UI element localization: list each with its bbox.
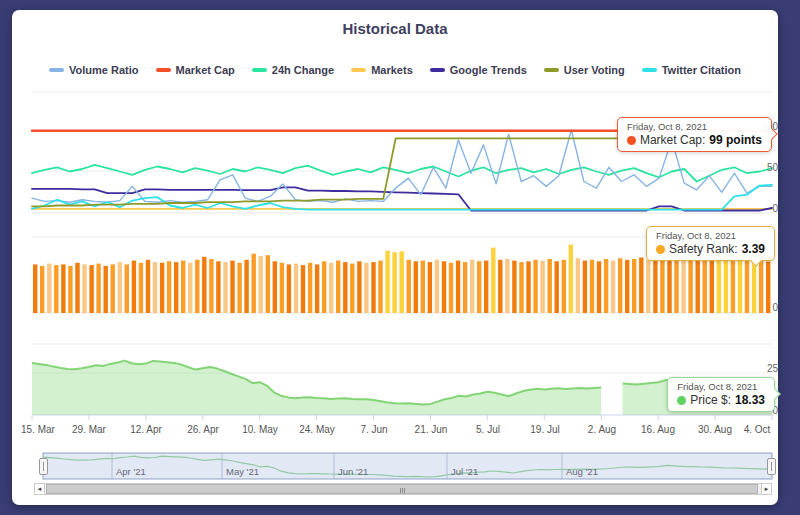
tooltip-value: 99 points <box>709 133 762 147</box>
scrollbar-left-arrow-icon[interactable]: ◄ <box>34 483 45 495</box>
legend-marker-icon <box>351 68 366 72</box>
legend-label: 24h Change <box>272 64 334 76</box>
legend-label: Markets <box>371 64 413 76</box>
legend: Volume RatioMarket Cap24h ChangeMarketsG… <box>12 64 778 76</box>
scrollbar-thumb[interactable] <box>46 484 758 494</box>
legend-item-market-cap[interactable]: Market Cap <box>156 64 235 76</box>
page-title: Historical Data <box>12 20 778 37</box>
legend-item-user-voting[interactable]: User Voting <box>544 64 625 76</box>
scrollbar-right-arrow-icon[interactable]: ► <box>761 483 772 495</box>
legend-item-volume-ratio[interactable]: Volume Ratio <box>49 64 138 76</box>
x-axis-label: 24. May <box>299 424 335 435</box>
legend-marker-icon <box>156 68 171 72</box>
legend-marker-icon <box>430 68 445 72</box>
tooltip-value: 18.33 <box>735 393 765 407</box>
tooltip-label: Price $: <box>690 393 731 407</box>
x-axis-label: 7. Jun <box>360 424 387 435</box>
legend-marker-icon <box>642 68 657 72</box>
navigator-left-handle[interactable] <box>39 458 48 475</box>
series-dot-icon <box>627 136 636 145</box>
x-axis-label: 15. Mar <box>21 424 55 435</box>
x-axis-label: 26. Apr <box>187 424 219 435</box>
x-axis-label: 30. Aug <box>698 424 732 435</box>
navigator-right-handle[interactable] <box>767 458 776 475</box>
legend-label: Volume Ratio <box>69 64 138 76</box>
x-axis-label: 16. Aug <box>641 424 675 435</box>
series-dot-icon <box>677 396 686 405</box>
tooltip-safety-rank: Friday, Oct 8, 2021 Safety Rank: 3.39 <box>646 226 775 261</box>
legend-item-google-trends[interactable]: Google Trends <box>430 64 527 76</box>
legend-item-twitter-citation[interactable]: Twitter Citation <box>642 64 741 76</box>
x-axis-label: 29. Mar <box>72 424 106 435</box>
tooltip-market-cap: Friday, Oct 8, 2021 Market Cap: 99 point… <box>617 117 772 152</box>
scrollbar-grip-icon <box>402 488 403 493</box>
x-axis-label: 19. Jul <box>530 424 559 435</box>
legend-marker-icon <box>544 68 559 72</box>
navigator[interactable] <box>43 453 772 479</box>
tooltip-price: Friday, Oct 8, 2021 Price $: 18.33 <box>667 377 775 412</box>
tooltip-label: Safety Rank: <box>669 242 738 256</box>
x-axis-label: 4. Oct <box>744 424 771 435</box>
tooltip-value: 3.39 <box>742 242 765 256</box>
x-axis-label: 5. Jul <box>476 424 500 435</box>
x-axis-label: 2. Aug <box>588 424 616 435</box>
legend-label: Market Cap <box>176 64 235 76</box>
x-axis-label: 12. Apr <box>130 424 162 435</box>
legend-label: User Voting <box>564 64 625 76</box>
scrollbar-track[interactable] <box>45 483 761 495</box>
legend-item-markets[interactable]: Markets <box>351 64 413 76</box>
x-axis-label: 10. May <box>242 424 278 435</box>
tooltip-date: Friday, Oct 8, 2021 <box>627 121 762 132</box>
scrollbar[interactable]: ◄ ► <box>34 483 772 495</box>
legend-marker-icon <box>49 68 64 72</box>
legend-label: Twitter Citation <box>662 64 741 76</box>
series-dot-icon <box>656 245 665 254</box>
tooltip-date: Friday, Oct 8, 2021 <box>656 230 765 241</box>
legend-item-24h-change[interactable]: 24h Change <box>252 64 334 76</box>
tooltip-label: Market Cap: <box>640 133 705 147</box>
x-axis-label: 21. Jun <box>415 424 448 435</box>
legend-label: Google Trends <box>450 64 527 76</box>
tooltip-date: Friday, Oct 8, 2021 <box>677 381 765 392</box>
legend-marker-icon <box>252 68 267 72</box>
